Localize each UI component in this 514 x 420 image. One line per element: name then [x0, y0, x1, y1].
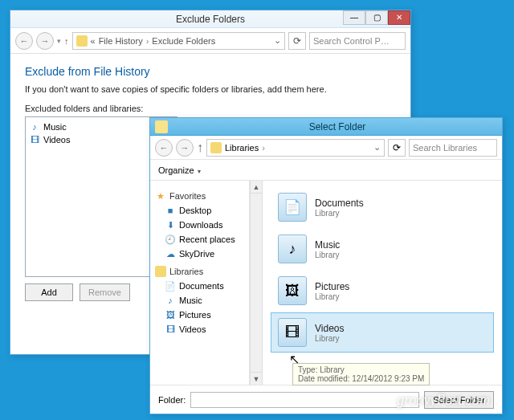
- library-item-videos[interactable]: 🎞 VideosLibrary: [271, 312, 494, 353]
- videos-icon: 🎞: [165, 324, 176, 335]
- close-button[interactable]: ✕: [388, 10, 410, 25]
- breadcrumb[interactable]: Libraries › ⌄: [206, 139, 385, 157]
- window-controls: — ▢ ✕: [343, 10, 410, 25]
- titlebar[interactable]: Exclude Folders — ▢ ✕: [10, 10, 410, 28]
- videos-icon: 🎞: [29, 134, 40, 145]
- remove-button[interactable]: Remove: [80, 283, 130, 301]
- organize-bar: Organize▾: [150, 160, 502, 181]
- breadcrumb-seg1[interactable]: Libraries: [225, 143, 259, 153]
- sidebar-header-favorites[interactable]: ★Favorites: [153, 189, 246, 203]
- library-item-pictures[interactable]: 🖼 PicturesLibrary: [271, 271, 494, 311]
- star-icon: ★: [155, 190, 166, 202]
- list-label: Excluded folders and libraries:: [25, 104, 396, 113]
- sidebar-item-skydrive[interactable]: ☁SkyDrive: [153, 247, 246, 261]
- page-subtext: If you don't want to save copies of spec…: [25, 84, 396, 94]
- libraries-icon: [210, 142, 222, 153]
- recent-dropdown-icon[interactable]: ▾: [57, 37, 61, 45]
- forward-button[interactable]: →: [176, 139, 194, 157]
- folder-label: Folder:: [158, 395, 186, 405]
- breadcrumb-seg2[interactable]: Exclude Folders: [152, 36, 215, 46]
- breadcrumb-root: «: [91, 36, 96, 46]
- forward-button[interactable]: →: [36, 32, 54, 50]
- document-icon: 📄: [278, 193, 307, 222]
- library-type: Library: [315, 292, 349, 301]
- sidebar: ★Favorites ■Desktop ⬇Downloads 🕘Recent p…: [150, 181, 250, 385]
- folder-input[interactable]: [190, 392, 419, 408]
- library-name: Pictures: [315, 281, 349, 292]
- dialog-footer: Folder: Select Folder: [150, 385, 502, 414]
- chevron-down-icon[interactable]: ⌄: [373, 142, 381, 153]
- sidebar-header-libraries[interactable]: Libraries: [153, 264, 246, 279]
- up-button[interactable]: ↑: [197, 141, 203, 155]
- nav-toolbar: ← → ▾ ↑ « File History › Exclude Folders…: [10, 28, 410, 54]
- library-item-documents[interactable]: 📄 DocumentsLibrary: [271, 187, 494, 227]
- scroll-up-icon[interactable]: ▲: [251, 181, 262, 194]
- folder-icon: [155, 120, 168, 133]
- add-button[interactable]: Add: [25, 283, 73, 301]
- dialog-title: Select Folder: [173, 121, 502, 133]
- music-icon: ♪: [165, 295, 176, 306]
- music-icon: ♪: [29, 121, 40, 133]
- select-folder-button[interactable]: Select Folder: [424, 391, 494, 409]
- search-placeholder: Search Control P…: [313, 36, 390, 46]
- library-name: Music: [315, 239, 340, 251]
- sidebar-item-recent[interactable]: 🕘Recent places: [153, 232, 246, 247]
- library-name: Videos: [315, 323, 344, 334]
- library-type: Library: [315, 251, 340, 259]
- chevron-down-icon[interactable]: ⌄: [274, 35, 281, 46]
- videos-icon: 🎞: [278, 318, 307, 347]
- sidebar-item-pictures[interactable]: 🖼Pictures: [153, 308, 246, 322]
- titlebar[interactable]: Select Folder: [150, 118, 502, 136]
- downloads-icon: ⬇: [165, 219, 176, 230]
- cloud-icon: ☁: [165, 248, 176, 259]
- back-button[interactable]: ←: [155, 139, 173, 157]
- sidebar-item-music[interactable]: ♪Music: [153, 293, 246, 308]
- select-folder-dialog: Select Folder ← → ↑ Libraries › ⌄ ⟳ Sear…: [149, 117, 503, 414]
- chevron-right-icon: ›: [262, 143, 265, 153]
- list-item-label: Videos: [43, 135, 70, 145]
- sidebar-item-desktop[interactable]: ■Desktop: [153, 203, 246, 218]
- organize-button[interactable]: Organize▾: [158, 165, 201, 175]
- sidebar-item-videos[interactable]: 🎞Videos: [153, 322, 246, 336]
- scroll-down-icon[interactable]: ▼: [251, 372, 262, 385]
- minimize-button[interactable]: —: [343, 10, 365, 25]
- chevron-right-icon: ›: [146, 36, 149, 46]
- libraries-icon: [155, 266, 166, 277]
- folder-list: 📄 DocumentsLibrary ♪ MusicLibrary 🖼 Pict…: [263, 181, 502, 385]
- document-icon: 📄: [165, 280, 176, 292]
- sidebar-item-documents[interactable]: 📄Documents: [153, 279, 246, 293]
- music-icon: ♪: [278, 234, 307, 263]
- pictures-icon: 🖼: [165, 309, 176, 320]
- library-type: Library: [315, 209, 364, 218]
- refresh-button[interactable]: ⟳: [388, 139, 406, 157]
- up-button[interactable]: ↑: [64, 36, 69, 46]
- search-input[interactable]: Search Libraries: [409, 139, 497, 157]
- list-item-label: Music: [43, 122, 67, 132]
- sidebar-scrollbar[interactable]: ▲ ▼: [250, 181, 263, 385]
- maximize-button[interactable]: ▢: [365, 10, 388, 25]
- nav-toolbar: ← → ↑ Libraries › ⌄ ⟳ Search Libraries: [150, 136, 502, 160]
- library-name: Documents: [315, 198, 364, 209]
- library-type: Library: [315, 334, 344, 343]
- pictures-icon: 🖼: [278, 276, 307, 305]
- breadcrumb[interactable]: « File History › Exclude Folders ⌄: [72, 32, 286, 50]
- desktop-icon: ■: [165, 205, 176, 216]
- library-item-music[interactable]: ♪ MusicLibrary: [271, 229, 494, 269]
- back-button[interactable]: ←: [15, 32, 33, 50]
- search-placeholder: Search Libraries: [413, 143, 477, 153]
- breadcrumb-seg1[interactable]: File History: [99, 36, 143, 46]
- sidebar-item-downloads[interactable]: ⬇Downloads: [153, 218, 246, 232]
- recent-icon: 🕘: [165, 234, 176, 245]
- refresh-button[interactable]: ⟳: [288, 32, 306, 50]
- search-input[interactable]: Search Control P…: [309, 32, 406, 50]
- page-heading: Exclude from File History: [25, 65, 396, 78]
- control-panel-icon: [76, 35, 88, 47]
- dialog-body: ★Favorites ■Desktop ⬇Downloads 🕘Recent p…: [150, 181, 502, 385]
